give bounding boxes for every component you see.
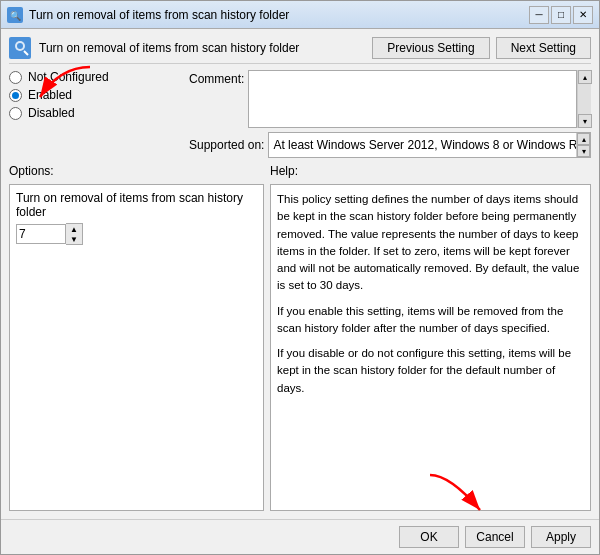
bottom-section: Turn on removal of items from scan histo… <box>9 184 591 511</box>
close-button[interactable]: ✕ <box>573 6 593 24</box>
svg-text:🔍: 🔍 <box>10 10 22 22</box>
not-configured-radio[interactable] <box>9 71 22 84</box>
comment-container: ▴ ▾ <box>248 70 591 128</box>
comment-scrollbar[interactable]: ▴ ▾ <box>577 70 591 128</box>
top-area: Not Configured Enabled Disabled <box>9 70 591 158</box>
not-configured-option[interactable]: Not Configured <box>9 70 185 84</box>
options-panel: Turn on removal of items from scan histo… <box>9 184 264 511</box>
radio-group: Not Configured Enabled Disabled <box>9 70 185 120</box>
next-setting-button[interactable]: Next Setting <box>496 37 591 59</box>
comment-section: Comment: ▴ ▾ <box>189 70 591 128</box>
previous-setting-button[interactable]: Previous Setting <box>372 37 489 59</box>
supported-label: Supported on: <box>189 138 264 152</box>
header-buttons: Previous Setting Next Setting <box>372 37 591 59</box>
help-paragraph-2: If you enable this setting, items will b… <box>277 303 584 338</box>
header-title: Turn on removal of items from scan histo… <box>39 41 364 55</box>
section-labels: Options: Help: <box>9 164 591 178</box>
radio-group-container: Not Configured Enabled Disabled <box>9 70 189 158</box>
disabled-option[interactable]: Disabled <box>9 106 185 120</box>
disabled-label: Disabled <box>28 106 75 120</box>
spinner-container: ▲ ▼ <box>16 223 86 245</box>
options-content: Turn on removal of items from scan histo… <box>10 185 263 510</box>
comment-label: Comment: <box>189 70 244 128</box>
header-row: Turn on removal of items from scan histo… <box>9 37 591 64</box>
header-icon <box>9 37 31 59</box>
disabled-radio[interactable] <box>9 107 22 120</box>
spinner-buttons: ▲ ▼ <box>66 223 83 245</box>
enabled-label: Enabled <box>28 88 72 102</box>
main-window: 🔍 Turn on removal of items from scan his… <box>0 0 600 555</box>
minimize-button[interactable]: ─ <box>529 6 549 24</box>
title-bar: 🔍 Turn on removal of items from scan his… <box>1 1 599 29</box>
supported-scroll-up[interactable]: ▴ <box>577 133 590 145</box>
window-title: Turn on removal of items from scan histo… <box>29 8 523 22</box>
comment-textarea[interactable] <box>248 70 577 128</box>
ok-button[interactable]: OK <box>399 526 459 548</box>
supported-scroll-down[interactable]: ▾ <box>577 145 590 157</box>
help-paragraph-3: If you disable or do not configure this … <box>277 345 584 397</box>
options-section-label: Options: <box>9 164 264 178</box>
spinner-down-button[interactable]: ▼ <box>66 234 82 244</box>
cancel-button[interactable]: Cancel <box>465 526 525 548</box>
dialog-content: Turn on removal of items from scan histo… <box>1 29 599 519</box>
maximize-button[interactable]: □ <box>551 6 571 24</box>
supported-section: Supported on: At least Windows Server 20… <box>189 132 591 158</box>
supported-scrollbar[interactable]: ▴ ▾ <box>576 133 590 157</box>
window-icon: 🔍 <box>7 7 23 23</box>
help-section-label: Help: <box>270 164 591 178</box>
enabled-radio[interactable] <box>9 89 22 102</box>
help-paragraph-1: This policy setting defines the number o… <box>277 191 584 295</box>
apply-button[interactable]: Apply <box>531 526 591 548</box>
supported-value-box: At least Windows Server 2012, Windows 8 … <box>268 132 591 158</box>
not-configured-label: Not Configured <box>28 70 109 84</box>
comment-scroll-up[interactable]: ▴ <box>578 70 592 84</box>
options-item-label: Turn on removal of items from scan histo… <box>16 191 257 219</box>
supported-value: At least Windows Server 2012, Windows 8 … <box>273 138 584 152</box>
dialog-footer: OK Cancel Apply <box>1 519 599 554</box>
enabled-option[interactable]: Enabled <box>9 88 185 102</box>
svg-point-4 <box>17 43 23 49</box>
comment-scroll-down[interactable]: ▾ <box>578 114 592 128</box>
days-spinner-input[interactable] <box>16 224 66 244</box>
right-panel: Comment: ▴ ▾ Supported on: <box>189 70 591 158</box>
comment-scroll-track <box>578 84 591 114</box>
spinner-up-button[interactable]: ▲ <box>66 224 82 234</box>
help-panel: This policy setting defines the number o… <box>270 184 591 511</box>
window-controls: ─ □ ✕ <box>529 6 593 24</box>
